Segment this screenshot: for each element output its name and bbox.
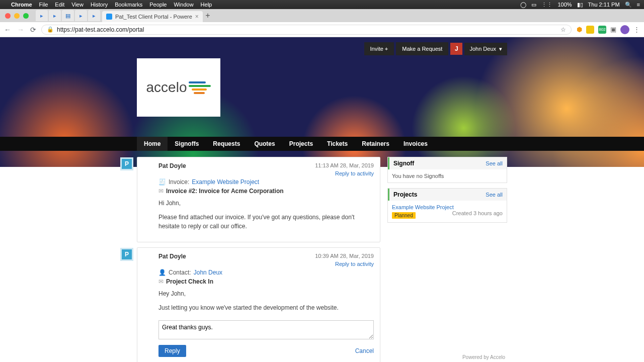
project-meta: Created 3 hours ago — [452, 210, 503, 216]
menu-edit[interactable]: Edit — [55, 2, 64, 8]
reload-button[interactable]: ⟳ — [30, 26, 36, 34]
nav-invoices[interactable]: Invoices — [396, 137, 435, 151]
url-text: https://pat-test.accelo.com/portal — [57, 26, 144, 33]
pinned-tab[interactable]: ▸ — [88, 10, 100, 21]
nav-projects[interactable]: Projects — [282, 137, 320, 151]
browser-tab-strip: ▸ ▸ ▤ ▸ ▸ Pat_Test Client Portal - Power… — [0, 9, 644, 22]
activity-feed: P Pat Doyle 11:13 AM 28, Mar, 2019 Reply… — [137, 157, 380, 362]
menu-window[interactable]: Window — [174, 2, 193, 8]
minimize-window-button[interactable] — [14, 13, 20, 19]
thread-icon: ✉ — [158, 278, 164, 285]
menu-app[interactable]: Chrome — [11, 2, 32, 8]
nav-retainers[interactable]: Retainers — [355, 137, 396, 151]
extension-icon[interactable]: ⬢ — [577, 26, 582, 33]
pinned-tab[interactable]: ▸ — [75, 10, 87, 21]
bookmark-icon[interactable]: ☆ — [560, 26, 566, 33]
wifi-icon: ⋮⋮ — [541, 2, 552, 8]
new-tab-button[interactable]: + — [203, 11, 213, 20]
status-icon: ◯ — [520, 2, 526, 8]
side-column: Signoff See all You have no Signoffs Pro… — [387, 157, 507, 362]
address-bar[interactable]: 🔒 https://pat-test.accelo.com/portal ☆ — [41, 25, 572, 35]
hero-banner: Invite + Make a Request J John Deux ▾ ac… — [0, 37, 644, 167]
battery-pct: 100% — [557, 2, 572, 8]
reply-button[interactable]: Reply — [158, 345, 186, 357]
thread-icon: ✉ — [158, 188, 164, 195]
accelo-logo: accelo — [146, 79, 211, 96]
invoice-icon: 🧾 — [158, 178, 166, 186]
user-menu[interactable]: John Deux ▾ — [464, 43, 507, 55]
see-all-link[interactable]: See all — [486, 160, 503, 166]
activity-body: Hey John, Just letting you know we've st… — [158, 289, 374, 312]
search-icon[interactable]: 🔍 — [625, 2, 632, 8]
lock-icon: 🔒 — [47, 26, 54, 33]
menu-people[interactable]: People — [149, 2, 167, 8]
context-link[interactable]: John Deux — [194, 269, 222, 276]
activity-card: P Pat Doyle 10:39 AM 28, Mar, 2019 Reply… — [137, 247, 380, 362]
panel-title: Projects — [393, 191, 417, 198]
menu-icon[interactable]: ≡ — [637, 2, 640, 8]
project-link[interactable]: Example Website Project — [392, 204, 503, 210]
menu-bookmarks[interactable]: Bookmarks — [115, 2, 142, 8]
user-avatar[interactable]: J — [450, 43, 462, 55]
menu-view[interactable]: View — [71, 2, 84, 8]
reply-to-activity-link[interactable]: Reply to activity — [158, 261, 374, 267]
profile-avatar[interactable] — [620, 25, 629, 34]
browser-tab[interactable]: Pat_Test Client Portal - Powere × — [102, 11, 203, 22]
panel-body: You have no Signoffs — [388, 169, 507, 183]
footer-text: Powered by Accelo — [462, 354, 505, 360]
contact-icon: 👤 — [158, 269, 166, 276]
see-all-link[interactable]: See all — [486, 192, 503, 198]
signoff-panel: Signoff See all You have no Signoffs — [387, 157, 507, 183]
panel-title: Signoff — [393, 160, 414, 167]
nav-home[interactable]: Home — [137, 137, 168, 151]
timestamp: 10:39 AM 28, Mar, 2019 — [315, 253, 374, 260]
status-badge: Planned — [392, 212, 416, 219]
pinned-tab[interactable]: ▸ — [36, 10, 48, 21]
cancel-link[interactable]: Cancel — [355, 347, 374, 354]
extension-icon[interactable]: 802 — [598, 26, 606, 34]
mac-menubar: Chrome File Edit View History Bookmarks … — [0, 0, 644, 9]
pinned-tab[interactable]: ▤ — [62, 10, 74, 21]
author-name: Pat Doyle — [158, 253, 186, 260]
make-request-button[interactable]: Make a Request — [396, 42, 448, 55]
context-label: Invoice: — [169, 178, 189, 186]
tab-title: Pat_Test Client Portal - Powere — [115, 14, 192, 20]
forward-button[interactable]: → — [17, 26, 24, 34]
maximize-window-button[interactable] — [23, 13, 29, 19]
menu-help[interactable]: Help — [201, 2, 212, 8]
main-nav: Home Signoffs Requests Quotes Projects T… — [0, 137, 644, 151]
reply-to-activity-link[interactable]: Reply to activity — [158, 170, 374, 176]
activity-subject: Invoice #2: Invoice for Acme Corporation — [166, 188, 284, 195]
nav-requests[interactable]: Requests — [206, 137, 247, 151]
invite-button[interactable]: Invite + — [364, 42, 394, 55]
browser-toolbar: ← → ⟳ 🔒 https://pat-test.accelo.com/port… — [0, 22, 644, 37]
nav-signoffs[interactable]: Signoffs — [168, 137, 206, 151]
activity-subject: Project Check In — [166, 278, 213, 285]
activity-card: P Pat Doyle 11:13 AM 28, Mar, 2019 Reply… — [137, 157, 380, 242]
author-avatar: P — [120, 157, 133, 170]
close-tab-button[interactable]: × — [195, 13, 199, 20]
activity-body: Hi John, Please find attached our invoic… — [158, 199, 374, 231]
pinned-tab[interactable]: ▸ — [49, 10, 61, 21]
menu-file[interactable]: File — [39, 2, 48, 8]
nav-quotes[interactable]: Quotes — [247, 137, 282, 151]
logo-card: accelo — [137, 58, 220, 117]
projects-panel: Projects See all Example Website Project… — [387, 188, 507, 223]
cast-icon[interactable]: ▣ — [610, 26, 616, 33]
chevron-down-icon: ▾ — [499, 46, 502, 52]
page-viewport: Invite + Make a Request J John Deux ▾ ac… — [0, 37, 644, 362]
chrome-menu-button[interactable]: ⋮ — [633, 26, 640, 33]
context-link[interactable]: Example Website Project — [192, 178, 259, 186]
menu-history[interactable]: History — [91, 2, 108, 8]
reply-textarea[interactable] — [158, 320, 374, 339]
author-avatar: P — [120, 248, 133, 261]
close-window-button[interactable] — [5, 13, 11, 19]
user-name: John Deux — [469, 46, 496, 52]
nav-tickets[interactable]: Tickets — [320, 137, 355, 151]
context-label: Contact: — [169, 269, 191, 276]
timestamp: 11:13 AM 28, Mar, 2019 — [315, 162, 374, 169]
clock: Thu 2:11 PM — [588, 2, 620, 8]
back-button[interactable]: ← — [4, 26, 11, 34]
author-name: Pat Doyle — [158, 162, 186, 169]
extension-icon[interactable] — [586, 26, 594, 34]
